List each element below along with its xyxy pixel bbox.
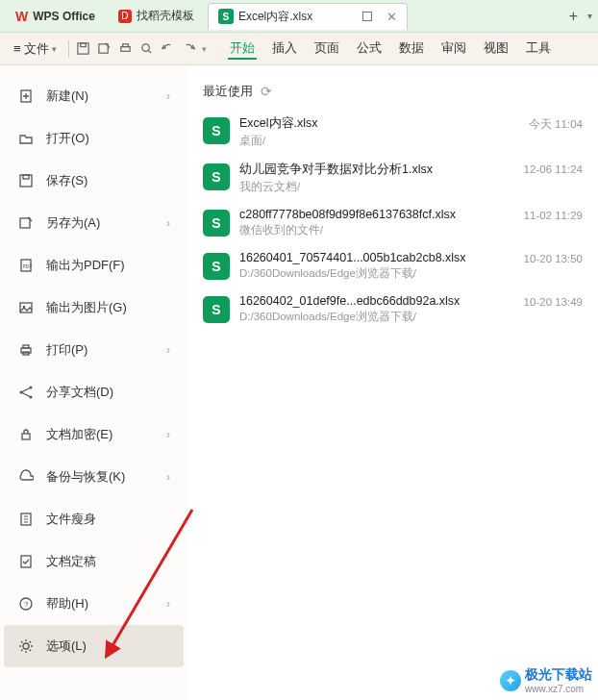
- refresh-icon[interactable]: ⟳: [261, 84, 272, 99]
- new-icon: [17, 88, 35, 105]
- menu-view[interactable]: 视图: [482, 38, 511, 60]
- sidebar-help-label: 帮助(H): [46, 595, 88, 612]
- file-path: D:/360Downloads/Edge浏览器下载/: [239, 310, 509, 324]
- saveas-icon: [17, 214, 35, 232]
- save-icon[interactable]: [75, 40, 92, 58]
- sidebar-open-label: 打开(O): [46, 130, 89, 147]
- wps-logo-icon: W: [15, 9, 28, 24]
- sidebar-help[interactable]: ? 帮助(H) ›: [4, 583, 184, 625]
- sidebar-slim[interactable]: 文件瘦身: [4, 498, 184, 540]
- sidebar-backup[interactable]: 备份与恢复(K) ›: [4, 456, 184, 498]
- menu-page[interactable]: 页面: [312, 38, 341, 60]
- sidebar-export-pdf[interactable]: PDF 输出为PDF(F): [4, 244, 184, 287]
- sidebar-encrypt[interactable]: 文档加密(E) ›: [4, 413, 184, 456]
- sidebar-final-label: 文档定稿: [46, 553, 96, 570]
- file-name: 16260402_01def9fe...edbc66ddb92a.xlsx: [239, 294, 509, 308]
- save-icon: [17, 172, 35, 189]
- file-row[interactable]: S Excel内容.xlsx 桌面/ 今天 11:04: [203, 115, 583, 148]
- file-row[interactable]: S 16260402_01def9fe...edbc66ddb92a.xlsx …: [203, 294, 583, 324]
- content-area: 最近使用 ⟳ S Excel内容.xlsx 桌面/ 今天 11:04 S 幼儿园…: [187, 65, 598, 700]
- menu-start[interactable]: 开始: [228, 38, 257, 60]
- svg-text:PDF: PDF: [23, 263, 33, 269]
- sidebar-options[interactable]: 选项(L): [4, 625, 184, 667]
- sidebar-saveas[interactable]: 另存为(A) ›: [4, 202, 184, 244]
- sidebar-final[interactable]: 文档定稿: [4, 540, 184, 583]
- file-name: c280ff7778be08f9d99f8e6137638fcf.xlsx: [239, 208, 509, 221]
- svg-rect-1: [78, 43, 88, 54]
- chevron-down-icon: ▾: [52, 44, 57, 54]
- redo-icon[interactable]: [181, 40, 198, 58]
- sidebar-encrypt-label: 文档加密(E): [46, 426, 112, 443]
- tab-template-label: 找稻壳模板: [137, 8, 194, 24]
- svg-rect-0: [363, 12, 372, 21]
- tab-template[interactable]: D 找稻壳模板: [109, 3, 204, 30]
- svg-point-18: [20, 391, 23, 394]
- file-time: 11-02 11:29: [524, 210, 583, 221]
- watermark-url: www.xz7.com: [525, 684, 592, 694]
- spreadsheet-icon: S: [203, 296, 230, 323]
- menu-tools[interactable]: 工具: [524, 38, 553, 60]
- share-icon: [17, 384, 35, 401]
- save-as-icon[interactable]: [96, 40, 113, 58]
- final-icon: [17, 553, 35, 570]
- file-path: 桌面/: [239, 134, 513, 148]
- file-sidebar: 新建(N) › 打开(O) 保存(S) 另存为(A) › PDF 输出为PDF(…: [0, 65, 187, 700]
- print-icon: [17, 341, 35, 359]
- menu-data[interactable]: 数据: [397, 38, 426, 60]
- svg-rect-16: [23, 345, 29, 348]
- file-time: 10-20 13:49: [524, 296, 583, 308]
- svg-rect-3: [99, 44, 108, 53]
- sidebar-backup-label: 备份与恢复(K): [46, 468, 125, 486]
- tab-app[interactable]: W WPS Office: [6, 3, 105, 30]
- sidebar-options-label: 选项(L): [46, 638, 87, 655]
- file-time: 10-20 13:50: [524, 253, 583, 264]
- tab-menu-icon[interactable]: [361, 11, 373, 22]
- image-icon: [17, 299, 35, 316]
- file-row[interactable]: S 16260401_70574401...005b1cab2cb8.xlsx …: [203, 251, 583, 281]
- backup-icon: [17, 468, 35, 486]
- svg-point-6: [142, 44, 150, 52]
- close-icon[interactable]: ✕: [386, 10, 397, 24]
- sidebar-export-img-label: 输出为图片(G): [46, 299, 127, 316]
- menu-insert[interactable]: 插入: [270, 38, 299, 60]
- pdf-icon: PDF: [17, 257, 35, 274]
- file-path: 我的云文档/: [239, 180, 509, 194]
- undo-icon[interactable]: [160, 40, 177, 58]
- svg-point-20: [30, 396, 33, 399]
- sidebar-new[interactable]: 新建(N) ›: [4, 75, 184, 117]
- sidebar-save-label: 保存(S): [46, 172, 87, 189]
- tab-bar: W WPS Office D 找稻壳模板 S Excel内容.xlsx ✕ + …: [0, 0, 598, 33]
- lock-icon: [17, 426, 35, 443]
- sidebar-print[interactable]: 打印(P) ›: [4, 329, 184, 371]
- file-name: 16260401_70574401...005b1cab2cb8.xlsx: [239, 251, 509, 264]
- file-row[interactable]: S 幼儿园竞争对手数据对比分析1.xlsx 我的云文档/ 12-06 11:24: [203, 162, 583, 194]
- ribbon-menu: 开始 插入 页面 公式 数据 审阅 视图 工具: [228, 38, 553, 60]
- sidebar-share[interactable]: 分享文档(D): [4, 371, 184, 413]
- tab-document-label: Excel内容.xlsx: [238, 9, 312, 25]
- spreadsheet-icon: S: [203, 117, 230, 144]
- recent-label: 最近使用: [203, 83, 253, 100]
- svg-rect-4: [121, 47, 130, 52]
- svg-rect-10: [20, 218, 30, 228]
- spreadsheet-icon: S: [203, 163, 230, 190]
- print-icon[interactable]: [117, 40, 135, 58]
- chevron-right-icon: ›: [166, 428, 170, 441]
- file-menu-button[interactable]: ≡ 文件 ▾: [8, 38, 62, 61]
- preview-icon[interactable]: [138, 40, 156, 58]
- toolbar-dropdown-icon[interactable]: ▾: [202, 44, 207, 54]
- template-icon: D: [118, 10, 132, 23]
- sidebar-export-img[interactable]: 输出为图片(G): [4, 287, 184, 329]
- sidebar-open[interactable]: 打开(O): [4, 117, 184, 160]
- new-tab-button[interactable]: +: [569, 8, 578, 25]
- menu-formula[interactable]: 公式: [355, 38, 384, 60]
- sidebar-save[interactable]: 保存(S): [4, 160, 184, 202]
- file-name: Excel内容.xlsx: [239, 115, 513, 132]
- recent-header: 最近使用 ⟳: [203, 83, 583, 100]
- tab-document[interactable]: S Excel内容.xlsx ✕: [208, 3, 408, 30]
- file-row[interactable]: S c280ff7778be08f9d99f8e6137638fcf.xlsx …: [203, 208, 583, 238]
- open-icon: [17, 130, 35, 147]
- menu-review[interactable]: 审阅: [439, 38, 468, 60]
- svg-point-19: [30, 387, 33, 389]
- tab-dropdown-icon[interactable]: ▾: [587, 11, 592, 21]
- file-time: 今天 11:04: [529, 117, 583, 132]
